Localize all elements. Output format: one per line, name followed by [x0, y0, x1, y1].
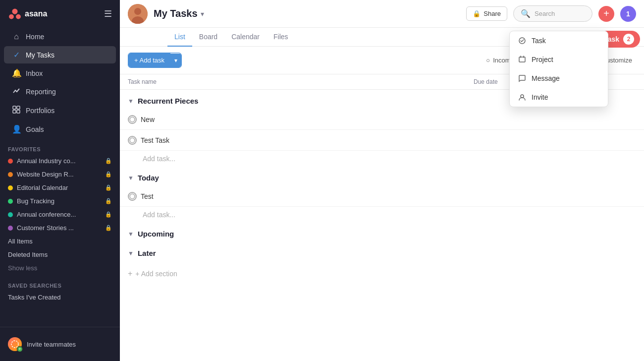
add-section-plus-icon: + [128, 269, 132, 278]
page-title-chevron-icon[interactable]: ▾ [201, 10, 204, 18]
svg-rect-5 [13, 110, 16, 113]
tab-list[interactable]: List [167, 28, 192, 47]
main-content: My Tasks ▾ 🔒 Share 🔍 Search + 1 List Boa… [120, 0, 644, 361]
sidebar-item-my-tasks[interactable]: ✓ My Tasks [4, 46, 116, 63]
favorite-website-design[interactable]: Website Design R... 🔒 [0, 168, 120, 181]
add-task-dropdown-button[interactable]: ▾ [170, 54, 181, 67]
task-row-test[interactable]: Test [120, 186, 644, 207]
section-today[interactable]: ▼ Today [120, 167, 644, 186]
invite-avatar: + [8, 337, 22, 351]
menu-item-message[interactable]: Message [510, 69, 608, 88]
add-task-label: + Add task [134, 57, 164, 64]
favorite-editorial[interactable]: Editorial Calendar 🔒 [0, 181, 120, 194]
tab-files[interactable]: Files [267, 28, 295, 47]
sidebar-toggle-button[interactable]: ☰ [104, 8, 112, 19]
add-task-row-recurrent[interactable]: Add task... [120, 151, 644, 167]
search-placeholder-text: Search [535, 10, 555, 17]
favorite-bug-tracking[interactable]: Bug Tracking 🔒 [0, 194, 120, 208]
lock-icon-5: 🔒 [105, 211, 112, 218]
task-cell-new: New [120, 111, 466, 128]
add-section-button[interactable]: + + Add section [120, 261, 644, 286]
task-check-test[interactable] [128, 192, 137, 201]
sidebar-item-goals-label: Goals [26, 125, 44, 133]
task-name-test-task: Test Task [141, 136, 169, 144]
svg-point-13 [130, 194, 135, 199]
svg-point-17 [521, 95, 524, 98]
add-task-main-button[interactable]: + Add task [128, 53, 170, 67]
favorite-annual-industry-label: Annual Industry co... [17, 157, 76, 165]
tab-calendar[interactable]: Calendar [224, 28, 267, 47]
task-check-test-task[interactable] [128, 136, 137, 145]
invite-plus-icon: + [17, 346, 23, 352]
menu-item-project-label: Project [532, 56, 553, 63]
sidebar-item-my-tasks-label: My Tasks [26, 51, 54, 59]
favorite-bug-tracking-label: Bug Tracking [17, 197, 54, 205]
menu-item-project[interactable]: Project [510, 50, 608, 69]
add-task-placeholder-recurrent: Add task... [143, 155, 175, 163]
notification-badge[interactable]: 1 [620, 6, 636, 22]
deleted-items-link[interactable]: Deleted Items [0, 248, 120, 261]
task-row[interactable]: Test Task [120, 130, 644, 151]
section-upcoming[interactable]: ▼ Upcoming [120, 223, 644, 242]
invite-menu-icon [518, 93, 527, 102]
svg-rect-6 [17, 110, 20, 113]
share-label: Share [483, 10, 501, 17]
invite-teammates-button[interactable]: + Invite teammates [4, 333, 116, 355]
task-proj-test [545, 192, 624, 200]
check-icon-2 [129, 137, 135, 143]
avatar[interactable] [128, 4, 148, 24]
add-task-button-group: + Add task ▾ [128, 53, 182, 68]
favorite-annual-conference-label: Annual conference... [17, 211, 76, 218]
favorite-annual-conference[interactable]: Annual conference... 🔒 [0, 208, 120, 221]
task-cell-test: Test [120, 188, 466, 205]
sidebar-item-goals[interactable]: 👤 Goals [4, 120, 116, 138]
sidebar-item-reporting[interactable]: Reporting [4, 83, 116, 101]
home-icon: ⌂ [12, 32, 21, 41]
sidebar-item-inbox[interactable]: 🔔 Inbox [4, 64, 116, 82]
favorite-annual-industry[interactable]: Annual Industry co... 🔒 [0, 154, 120, 168]
sidebar: asana ☰ ⌂ Home ✓ My Tasks 🔔 Inbox Report… [0, 0, 120, 361]
page-title-area: My Tasks ▾ [154, 8, 204, 19]
svg-point-2 [16, 14, 21, 19]
tab-board[interactable]: Board [192, 28, 224, 47]
all-items-link[interactable]: All Items [0, 235, 120, 248]
sidebar-item-home[interactable]: ⌂ Home [4, 28, 116, 45]
menu-item-invite[interactable]: Invite [510, 88, 608, 107]
share-button[interactable]: 🔒 Share [466, 6, 507, 21]
task-proj-new [545, 116, 624, 123]
task-check-new[interactable] [128, 115, 137, 124]
search-icon: 🔍 [521, 9, 531, 18]
dropdown-trigger-badge: 2 [623, 34, 634, 45]
col-task-name: Task name [120, 74, 466, 89]
invite-teammates-label: Invite teammates [27, 341, 76, 348]
dropdown-menu: Task Project Message Invite [509, 31, 608, 107]
task-name-test: Test [141, 192, 154, 200]
show-less-link[interactable]: Show less [0, 261, 120, 275]
favorite-customer-stories[interactable]: Customer Stories ... 🔒 [0, 221, 120, 235]
share-lock-icon: 🔒 [473, 10, 481, 17]
add-button[interactable]: + [598, 6, 614, 22]
tasks-created-link[interactable]: Tasks I've Created [0, 291, 120, 304]
svg-rect-3 [13, 106, 16, 109]
lock-icon: 🔒 [105, 158, 112, 164]
incomplete-tasks-icon: ○ [486, 57, 490, 64]
menu-item-task[interactable]: Task [510, 31, 608, 50]
search-bar[interactable]: 🔍 Search [513, 5, 592, 22]
asana-logo-icon [8, 7, 22, 21]
sidebar-bottom: + Invite teammates [0, 327, 120, 361]
task-row[interactable]: New [120, 109, 644, 130]
add-task-placeholder-today: Add task... [143, 211, 175, 219]
add-task-row-today[interactable]: Add task... [120, 207, 644, 223]
check-circle-icon: ✓ [12, 50, 21, 60]
section-later[interactable]: ▼ Later [120, 242, 644, 261]
sidebar-item-portfolios-label: Portfolios [26, 107, 54, 115]
sidebar-item-portfolios[interactable]: Portfolios [4, 102, 116, 120]
lock-icon-3: 🔒 [105, 184, 112, 191]
favorite-website-design-label: Website Design R... [17, 171, 74, 178]
tab-calendar-label: Calendar [231, 33, 260, 41]
section-today-chevron-icon: ▼ [128, 175, 134, 181]
dot-teal [8, 212, 13, 217]
task-due-test-task [466, 136, 545, 144]
asana-logo[interactable]: asana [8, 7, 47, 21]
lock-icon-4: 🔒 [105, 198, 112, 204]
